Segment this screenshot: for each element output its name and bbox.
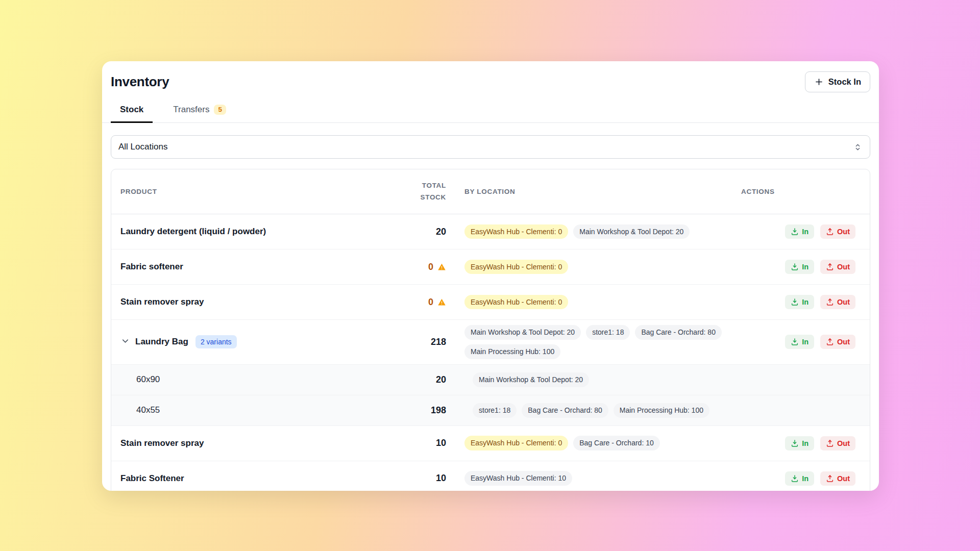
page-title: Inventory [111, 74, 169, 90]
stock-in-button-label: Stock In [828, 77, 861, 87]
total-stock-cell: 0 [377, 297, 446, 308]
total-stock-cell: 10 [377, 473, 446, 484]
row-stock-out-button[interactable]: Out [820, 260, 855, 274]
collapse-row-button[interactable] [120, 336, 130, 347]
product-cell: Laundry detergent (liquid / powder) [111, 227, 377, 237]
product-cell: 60x90 [111, 374, 377, 385]
updown-chevrons-icon [853, 142, 863, 152]
row-stock-in-button[interactable]: In [785, 295, 814, 309]
download-icon [791, 298, 799, 306]
location-badges: store1: 18Bag Care - Orchard: 80Main Pro… [446, 403, 741, 418]
table-body: Laundry detergent (liquid / powder)20Eas… [111, 214, 870, 491]
total-stock-cell: 198 [377, 405, 446, 416]
column-header-total-stock-label: Total Stock [404, 180, 446, 204]
product-cell: Stain remover spray [111, 438, 377, 448]
total-stock-cell: 20 [377, 374, 446, 385]
row-actions: InOut [741, 260, 870, 274]
tab-transfers-label: Transfers [173, 105, 209, 115]
panel-header: Inventory Stock In [111, 71, 870, 92]
warning-icon [437, 298, 446, 307]
row-actions: InOut [741, 436, 870, 450]
location-badges: EasyWash Hub - Clementi: 0 [446, 295, 741, 310]
row-stock-out-button[interactable]: Out [820, 224, 855, 239]
total-stock-value: 20 [436, 374, 446, 385]
location-badge: store1: 18 [586, 325, 630, 340]
variant-row: 60x9020Main Workshop & Tool Depot: 20 [111, 365, 870, 395]
product-name: Stain remover spray [120, 297, 204, 307]
row-stock-out-label: Out [837, 338, 850, 346]
row-stock-in-button[interactable]: In [785, 224, 814, 239]
row-stock-in-label: In [802, 228, 808, 236]
row-stock-out-button[interactable]: Out [820, 436, 855, 450]
row-stock-out-label: Out [837, 298, 850, 306]
upload-icon [826, 439, 834, 447]
location-badges: Main Workshop & Tool Depot: 20 [446, 372, 741, 387]
tab-stock[interactable]: Stock [111, 99, 153, 123]
row-stock-in-button[interactable]: In [785, 436, 814, 450]
location-badge: Main Workshop & Tool Depot: 20 [464, 325, 581, 340]
location-badge: Main Workshop & Tool Depot: 20 [473, 372, 589, 387]
variant-row: 40x55198store1: 18Bag Care - Orchard: 80… [111, 395, 870, 426]
product-name: Laundry Bag [135, 337, 188, 347]
location-badge: EasyWash Hub - Clementi: 10 [464, 471, 572, 486]
location-badge: Bag Care - Orchard: 80 [522, 403, 608, 418]
total-stock-value: 0 [428, 262, 433, 272]
location-badges: EasyWash Hub - Clementi: 0Bag Care - Orc… [446, 436, 741, 450]
row-stock-in-button[interactable]: In [785, 335, 814, 349]
download-icon [791, 338, 799, 346]
location-badges: Main Workshop & Tool Depot: 20store1: 18… [446, 325, 741, 359]
upload-icon [826, 228, 834, 236]
row-stock-out-label: Out [837, 440, 850, 447]
selected-location-label: All Locations [118, 142, 167, 152]
row-stock-out-button[interactable]: Out [820, 471, 855, 486]
variant-name: 60x90 [120, 374, 160, 385]
tab-bar: Stock Transfers 5 [102, 99, 879, 123]
total-stock-value: 218 [431, 337, 446, 347]
upload-icon [826, 338, 834, 346]
row-actions: InOut [741, 224, 870, 239]
location-select[interactable]: All Locations [111, 135, 870, 159]
total-stock-cell: 218 [377, 337, 446, 347]
inventory-panel: Inventory Stock In Stock Transfers 5 All… [102, 61, 879, 491]
product-name: Stain remover spray [120, 438, 204, 448]
product-cell: 40x55 [111, 405, 377, 415]
stock-in-button[interactable]: Stock In [805, 71, 870, 92]
upload-icon [826, 263, 834, 271]
product-row: Laundry Bag2 variants218Main Workshop & … [111, 320, 870, 365]
row-stock-out-label: Out [837, 475, 850, 483]
table-header-row: Product Total Stock By Location Actions [111, 169, 870, 214]
upload-icon [826, 474, 834, 483]
location-badge: store1: 18 [473, 403, 517, 418]
product-row: Stain remover spray0EasyWash Hub - Cleme… [111, 285, 870, 320]
location-badge: Bag Care - Orchard: 80 [635, 325, 722, 340]
row-stock-in-button[interactable]: In [785, 260, 814, 274]
row-actions: InOut [741, 335, 870, 349]
tab-transfers[interactable]: Transfers 5 [164, 99, 235, 123]
product-name: Laundry detergent (liquid / powder) [120, 227, 266, 237]
location-badges: EasyWash Hub - Clementi: 10 [446, 471, 741, 486]
row-stock-out-button[interactable]: Out [820, 295, 855, 309]
row-stock-in-label: In [802, 298, 808, 306]
location-badge: Main Processing Hub: 100 [464, 344, 560, 359]
download-icon [791, 474, 799, 483]
row-stock-in-button[interactable]: In [785, 471, 814, 486]
total-stock-cell: 10 [377, 438, 446, 448]
warning-icon [437, 263, 446, 271]
product-row: Laundry detergent (liquid / powder)20Eas… [111, 214, 870, 249]
row-stock-out-button[interactable]: Out [820, 335, 855, 349]
product-row: Fabric softener0EasyWash Hub - Clementi:… [111, 249, 870, 285]
column-header-actions: Actions [741, 188, 870, 195]
download-icon [791, 228, 799, 236]
plus-icon [814, 77, 824, 87]
transfers-count-badge: 5 [214, 105, 226, 115]
column-header-by-location: By Location [446, 188, 741, 195]
row-stock-in-label: In [802, 263, 808, 271]
variant-name: 40x55 [120, 405, 160, 415]
total-stock-value: 10 [436, 473, 446, 484]
row-actions: InOut [741, 295, 870, 309]
column-header-total-stock: Total Stock [377, 180, 446, 204]
chevron-down-icon [120, 336, 130, 347]
product-cell: Stain remover spray [111, 297, 377, 307]
download-icon [791, 263, 799, 271]
row-stock-out-label: Out [837, 263, 850, 271]
